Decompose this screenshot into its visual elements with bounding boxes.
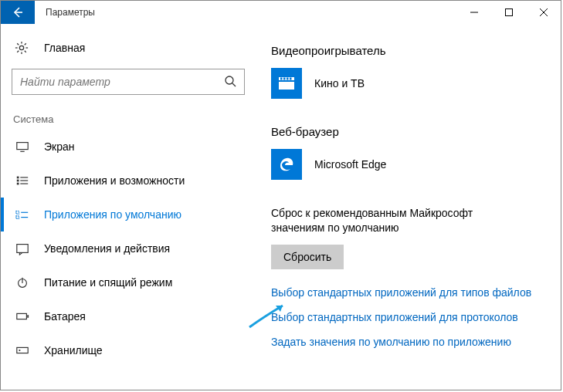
default-video-player[interactable]: Кино и ТВ bbox=[271, 68, 550, 99]
svg-rect-20 bbox=[17, 183, 19, 185]
svg-point-34 bbox=[19, 350, 20, 351]
home-label: Главная bbox=[44, 42, 85, 54]
notifications-icon bbox=[15, 242, 30, 255]
section-web-browser-title: Веб-браузер bbox=[271, 125, 550, 138]
maximize-button[interactable] bbox=[491, 1, 526, 24]
search-icon bbox=[224, 75, 236, 90]
maximize-icon bbox=[505, 8, 513, 16]
titlebar: Параметры bbox=[1, 1, 561, 24]
nav-item-display[interactable]: Экран bbox=[12, 130, 249, 164]
edge-icon bbox=[277, 155, 296, 174]
reset-description: Сброс к рекомендованным Майкрософт значе… bbox=[271, 206, 518, 235]
svg-point-5 bbox=[19, 46, 23, 49]
app-name: Microsoft Edge bbox=[314, 158, 386, 171]
svg-rect-18 bbox=[17, 177, 19, 179]
svg-rect-31 bbox=[17, 313, 27, 319]
nav-item-power-sleep[interactable]: Питание и спящий режим bbox=[12, 265, 249, 299]
svg-rect-39 bbox=[290, 78, 292, 80]
nav-item-battery[interactable]: Батарея bbox=[12, 299, 249, 333]
nav-item-storage[interactable]: Хранилище bbox=[12, 333, 249, 367]
sidebar: Главная Система Экран bbox=[1, 24, 257, 390]
svg-line-15 bbox=[232, 83, 236, 86]
home-item[interactable]: Главная bbox=[12, 41, 249, 55]
svg-line-13 bbox=[17, 51, 19, 52]
svg-rect-24 bbox=[16, 211, 19, 215]
link-by-app[interactable]: Задать значения по умолчанию по приложен… bbox=[271, 336, 550, 348]
minimize-button[interactable] bbox=[456, 1, 491, 24]
nav-item-notifications[interactable]: Уведомления и действия bbox=[12, 231, 249, 265]
link-protocols[interactable]: Выбор стандартных приложений для протоко… bbox=[271, 311, 550, 323]
apps-icon bbox=[15, 174, 30, 188]
svg-rect-25 bbox=[16, 216, 19, 219]
monitor-icon bbox=[15, 140, 30, 154]
arrow-left-icon bbox=[12, 6, 24, 19]
svg-rect-19 bbox=[17, 180, 19, 182]
edge-tile bbox=[271, 149, 302, 180]
nav-label: Хранилище bbox=[44, 344, 103, 357]
svg-rect-33 bbox=[17, 347, 28, 353]
nav-list: Экран Приложения и возможности bbox=[12, 130, 249, 367]
nav-label: Питание и спящий режим bbox=[44, 276, 172, 289]
svg-point-14 bbox=[226, 76, 233, 84]
nav-item-default-apps[interactable]: Приложения по умолчанию bbox=[12, 198, 249, 231]
link-file-types[interactable]: Выбор стандартных приложений для типов ф… bbox=[271, 286, 550, 299]
battery-icon bbox=[15, 309, 30, 323]
svg-line-12 bbox=[25, 43, 26, 45]
close-icon bbox=[540, 8, 548, 16]
nav-label: Приложения и возможности bbox=[44, 174, 185, 187]
power-icon bbox=[15, 275, 30, 289]
search-box[interactable] bbox=[12, 69, 245, 95]
main-panel: Видеопроигрыватель Кино и ТВ Веб-браузер bbox=[257, 24, 561, 390]
nav-label: Уведомления и действия bbox=[44, 242, 170, 255]
nav-item-apps-features[interactable]: Приложения и возможности bbox=[12, 164, 249, 198]
window-title: Параметры bbox=[35, 1, 456, 24]
app-name: Кино и ТВ bbox=[314, 77, 365, 90]
svg-line-10 bbox=[17, 43, 19, 45]
gear-icon bbox=[15, 41, 30, 55]
svg-rect-32 bbox=[27, 315, 29, 318]
svg-rect-16 bbox=[17, 143, 28, 150]
content-area: Главная Система Экран bbox=[1, 24, 561, 390]
nav-label: Батарея bbox=[44, 310, 86, 323]
default-web-browser[interactable]: Microsoft Edge bbox=[271, 149, 550, 180]
reset-button[interactable]: Сбросить bbox=[271, 245, 344, 269]
svg-rect-37 bbox=[283, 78, 286, 80]
svg-rect-28 bbox=[17, 245, 28, 253]
window-controls bbox=[456, 1, 561, 24]
section-video-player-title: Видеопроигрыватель bbox=[271, 44, 550, 57]
default-apps-icon bbox=[15, 208, 30, 221]
svg-rect-36 bbox=[280, 78, 283, 80]
storage-icon bbox=[15, 343, 30, 357]
reset-section: Сброс к рекомендованным Майкрософт значе… bbox=[271, 206, 550, 269]
movies-tv-tile bbox=[271, 68, 302, 99]
film-icon bbox=[277, 74, 296, 93]
svg-rect-40 bbox=[279, 82, 294, 90]
svg-line-11 bbox=[25, 51, 26, 52]
minimize-icon bbox=[470, 8, 478, 16]
group-label: Система bbox=[12, 113, 249, 125]
nav-label: Экран bbox=[44, 140, 75, 153]
svg-rect-2 bbox=[505, 9, 512, 16]
nav-label: Приложения по умолчанию bbox=[44, 208, 181, 221]
search-input[interactable] bbox=[20, 76, 224, 88]
svg-rect-38 bbox=[287, 78, 289, 80]
settings-window: Параметры bbox=[0, 0, 561, 390]
back-button[interactable] bbox=[1, 1, 35, 24]
close-button[interactable] bbox=[526, 1, 561, 24]
